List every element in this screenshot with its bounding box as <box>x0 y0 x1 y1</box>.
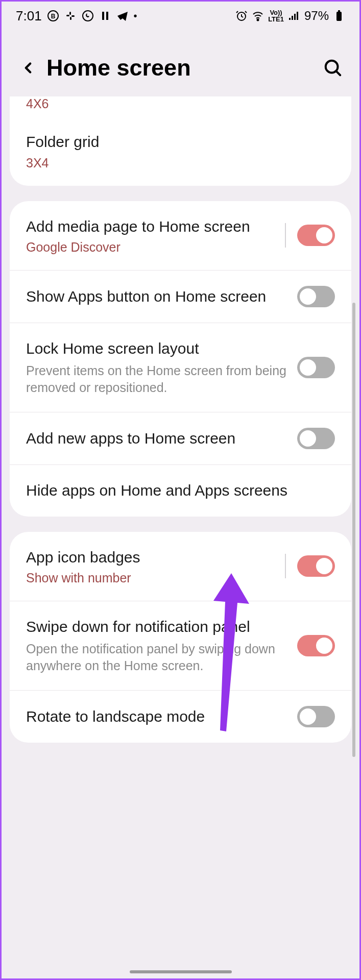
status-right: Vo))LTE1 97% <box>235 9 345 23</box>
svg-line-18 <box>336 71 340 75</box>
lock-layout-item[interactable]: Lock Home screen layout Prevent items on… <box>10 323 351 412</box>
lock-layout-title: Lock Home screen layout <box>26 338 287 359</box>
icon-badges-item[interactable]: App icon badges Show with number <box>10 532 351 602</box>
folder-grid-item[interactable]: Folder grid 3X4 <box>10 116 351 186</box>
settings-group-grid: 4X6 Folder grid 3X4 <box>10 96 351 186</box>
status-time: 7:01 <box>16 8 42 24</box>
folder-grid-value: 3X4 <box>26 156 325 170</box>
notification-icon-b: B <box>47 10 59 22</box>
whatsapp-icon <box>82 10 94 22</box>
telegram-icon <box>116 10 129 22</box>
chevron-left-icon <box>19 59 37 77</box>
apps-button-toggle[interactable] <box>297 286 335 307</box>
svg-rect-16 <box>338 10 340 12</box>
swipe-down-desc: Open the notification panel by swiping d… <box>26 641 287 675</box>
scrollbar[interactable] <box>352 303 355 757</box>
home-indicator[interactable] <box>130 970 232 973</box>
signal-icon <box>288 10 300 22</box>
svg-rect-3 <box>71 15 75 17</box>
svg-rect-4 <box>69 12 71 15</box>
alarm-icon <box>235 10 248 22</box>
back-button[interactable] <box>17 57 39 79</box>
apps-button-item[interactable]: Show Apps button on Home screen <box>10 271 351 323</box>
media-page-subtitle: Google Discover <box>26 240 275 255</box>
rotate-item[interactable]: Rotate to landscape mode <box>10 691 351 743</box>
icon-badges-toggle[interactable] <box>297 555 335 577</box>
toggle-divider <box>285 223 286 248</box>
svg-point-10 <box>257 19 259 21</box>
icon-badges-title: App icon badges <box>26 547 275 568</box>
svg-rect-8 <box>106 12 108 20</box>
add-new-apps-title: Add new apps to Home screen <box>26 428 287 449</box>
settings-group-home: Add media page to Home screen Google Dis… <box>10 201 351 517</box>
header: Home screen <box>2 30 359 96</box>
rotate-toggle[interactable] <box>297 706 335 727</box>
svg-rect-5 <box>70 17 71 20</box>
media-page-item[interactable]: Add media page to Home screen Google Dis… <box>10 201 351 271</box>
svg-point-6 <box>83 11 93 21</box>
battery-percent: 97% <box>304 9 329 23</box>
rotate-title: Rotate to landscape mode <box>26 706 287 727</box>
slack-icon <box>64 10 77 22</box>
svg-rect-12 <box>292 16 293 20</box>
status-left: 7:01 B • <box>16 8 137 24</box>
add-new-apps-item[interactable]: Add new apps to Home screen <box>10 412 351 465</box>
search-button[interactable] <box>322 57 344 79</box>
folder-grid-title: Folder grid <box>26 132 325 153</box>
svg-text:B: B <box>51 13 55 20</box>
lock-layout-toggle[interactable] <box>297 357 335 378</box>
media-page-title: Add media page to Home screen <box>26 216 275 237</box>
hide-apps-item[interactable]: Hide apps on Home and Apps screens <box>10 465 351 517</box>
svg-rect-14 <box>297 12 298 20</box>
hide-apps-title: Hide apps on Home and Apps screens <box>26 480 325 501</box>
wifi-icon <box>252 10 264 22</box>
svg-rect-13 <box>294 14 296 20</box>
settings-group-misc: App icon badges Show with number Swipe d… <box>10 532 351 743</box>
pause-icon <box>99 10 111 22</box>
search-icon <box>323 58 343 78</box>
media-page-toggle[interactable] <box>297 225 335 246</box>
volte-icon: Vo))LTE1 <box>268 9 284 22</box>
swipe-down-toggle[interactable] <box>297 635 335 656</box>
settings-content[interactable]: 4X6 Folder grid 3X4 Add media page to Ho… <box>2 96 359 743</box>
status-bar: 7:01 B • Vo))LTE1 97% <box>2 2 359 30</box>
apps-button-title: Show Apps button on Home screen <box>26 286 287 307</box>
more-indicator-icon: • <box>134 10 137 22</box>
lock-layout-desc: Prevent items on the Home screen from be… <box>26 362 287 397</box>
add-new-apps-toggle[interactable] <box>297 428 335 449</box>
swipe-down-title: Swipe down for notification panel <box>26 617 287 638</box>
swipe-down-item[interactable]: Swipe down for notification panel Open t… <box>10 601 351 691</box>
icon-badges-subtitle: Show with number <box>26 571 275 585</box>
svg-rect-2 <box>66 15 69 16</box>
toggle-divider <box>285 554 286 578</box>
svg-rect-11 <box>289 18 291 20</box>
battery-icon <box>333 10 345 22</box>
home-grid-value-peek: 4X6 <box>10 96 351 116</box>
svg-rect-15 <box>336 12 342 21</box>
svg-rect-7 <box>102 12 104 20</box>
page-title: Home screen <box>46 55 315 81</box>
